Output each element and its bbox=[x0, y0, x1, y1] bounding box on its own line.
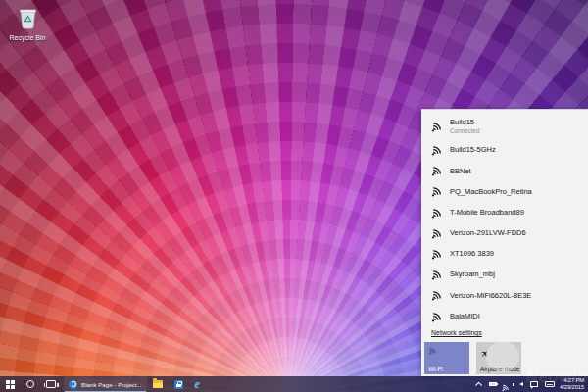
store-bag-icon bbox=[174, 380, 183, 389]
network-settings-link[interactable]: Network settings bbox=[431, 329, 482, 336]
task-view-button[interactable] bbox=[40, 376, 62, 392]
network-name: Build15-5GHz bbox=[450, 146, 496, 155]
taskbar-task-spartan[interactable]: Blank Page - Project... bbox=[64, 376, 147, 392]
wifi-network-item[interactable]: PQ_MacBookPro_Retina bbox=[421, 181, 588, 202]
wifi-network-item[interactable]: Build15-5GHz bbox=[421, 140, 588, 161]
store-button[interactable] bbox=[169, 376, 189, 392]
wifi-toggle-label: Wi-Fi bbox=[428, 366, 443, 372]
wifi-signal-icon bbox=[427, 204, 445, 221]
wifi-icon bbox=[426, 343, 440, 357]
task-view-icon bbox=[46, 380, 56, 388]
network-name: PQ_MacBookPro_Retina bbox=[450, 188, 532, 197]
wifi-signal-icon bbox=[427, 224, 445, 242]
network-name: XT1096 3839 bbox=[450, 250, 494, 259]
network-name: Skyroam_mbj bbox=[450, 270, 495, 279]
wifi-signal-icon bbox=[427, 245, 445, 263]
wifi-network-item[interactable]: BBNet bbox=[421, 161, 588, 181]
system-tray: 4:27 PM 4/29/2015 bbox=[474, 376, 588, 392]
wifi-signal-icon bbox=[427, 118, 445, 135]
wifi-signal-icon bbox=[427, 308, 445, 325]
wifi-network-item[interactable]: Skyroam_mbj bbox=[421, 265, 588, 285]
wifi-toggle-button[interactable]: Wi-Fi bbox=[424, 342, 469, 374]
show-hidden-icons-button[interactable] bbox=[474, 376, 486, 392]
wifi-network-flyout: Build15 Connected Build15-5GHz bbox=[421, 109, 588, 376]
wifi-network-item[interactable]: XT1096 3839 bbox=[421, 244, 588, 265]
spartan-browser-icon bbox=[69, 380, 77, 389]
file-explorer-button[interactable] bbox=[147, 376, 169, 392]
wifi-network-item[interactable]: T-Mobile Broadband89 bbox=[421, 203, 588, 223]
internet-explorer-icon bbox=[195, 378, 200, 390]
task-button-label: Blank Page - Project... bbox=[81, 381, 142, 388]
tray-battery-button[interactable] bbox=[485, 376, 500, 392]
clock-time: 4:27 PM bbox=[564, 377, 584, 384]
network-name: Verizon-291LVW-FDD6 bbox=[450, 229, 526, 238]
recycle-bin-label: Recycle Bin bbox=[10, 34, 46, 42]
wifi-network-list: Build15 Connected Build15-5GHz bbox=[421, 110, 588, 327]
wifi-network-item[interactable]: Build15 Connected bbox=[421, 113, 588, 140]
search-icon bbox=[26, 380, 34, 388]
taskbar: Blank Page - Project... bbox=[0, 376, 588, 392]
wifi-signal-icon bbox=[427, 141, 445, 159]
folder-icon bbox=[153, 380, 163, 388]
wifi-network-item[interactable]: Verizon-MiFi6620L-8E3E bbox=[421, 285, 588, 306]
network-name: BalaMIDI bbox=[450, 313, 480, 321]
wifi-network-item[interactable]: Verizon-291LVW-FDD6 bbox=[421, 223, 588, 244]
wifi-signal-icon bbox=[427, 267, 445, 284]
wifi-signal-icon bbox=[427, 183, 445, 201]
taskbar-clock[interactable]: 4:27 PM 4/29/2015 bbox=[560, 377, 584, 391]
chevron-up-icon bbox=[475, 382, 481, 388]
start-button[interactable] bbox=[0, 376, 21, 392]
watermark-blob bbox=[486, 341, 519, 372]
touch-keyboard-button[interactable] bbox=[541, 376, 558, 392]
speaker-icon bbox=[519, 382, 523, 386]
battery-icon bbox=[489, 382, 497, 387]
network-name: BBNet bbox=[450, 168, 471, 176]
internet-explorer-button[interactable] bbox=[189, 376, 206, 392]
network-status: Connected bbox=[450, 127, 479, 134]
tray-volume-button[interactable] bbox=[515, 376, 526, 392]
windows-desktop: Recycle Bin Build15 Connected bbox=[0, 0, 588, 392]
search-button[interactable] bbox=[21, 376, 40, 392]
network-name: Build15 bbox=[450, 119, 479, 127]
keyboard-icon bbox=[545, 381, 555, 388]
network-name: T-Mobile Broadband89 bbox=[450, 209, 524, 218]
wifi-signal-icon bbox=[427, 287, 445, 305]
wifi-signal-icon bbox=[427, 163, 445, 180]
action-center-button[interactable] bbox=[526, 376, 541, 392]
action-center-icon bbox=[530, 381, 538, 388]
clock-date: 4/29/2015 bbox=[560, 384, 584, 391]
network-name: Verizon-MiFi6620L-8E3E bbox=[450, 292, 531, 301]
wifi-network-item[interactable]: BalaMIDI bbox=[421, 307, 588, 327]
recycle-bin-icon bbox=[18, 6, 38, 33]
windows-logo-icon bbox=[6, 380, 15, 389]
recycle-bin-shortcut[interactable]: Recycle Bin bbox=[4, 6, 51, 42]
